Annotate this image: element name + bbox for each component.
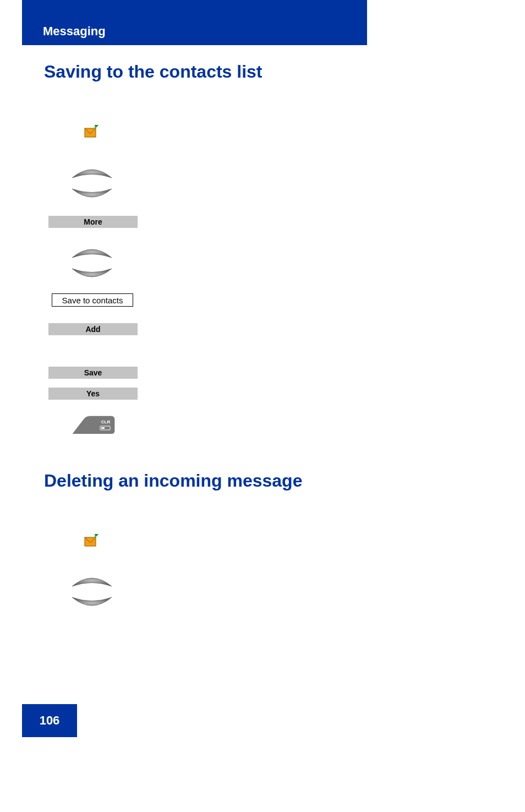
save-to-contacts-label: Save to contacts	[62, 296, 123, 305]
nav-pad-icon	[69, 244, 114, 285]
more-button-label: More	[84, 217, 102, 226]
yes-button-label: Yes	[86, 389, 100, 398]
save-to-contacts-option[interactable]: Save to contacts	[52, 293, 133, 307]
yes-button[interactable]: Yes	[48, 388, 138, 400]
add-button-label: Add	[85, 325, 100, 334]
more-button[interactable]: More	[48, 216, 138, 228]
save-button[interactable]: Save	[48, 367, 138, 379]
message-icon	[84, 124, 100, 141]
heading-deleting: Deleting an incoming message	[44, 471, 302, 491]
heading-saving: Saving to the contacts list	[44, 62, 262, 82]
page-header: Messaging	[22, 0, 367, 45]
message-icon	[84, 533, 100, 551]
clr-key-icon: CLR	[73, 415, 116, 436]
nav-pad-icon	[69, 164, 114, 205]
add-button[interactable]: Add	[48, 323, 138, 335]
nav-pad-icon	[69, 573, 114, 613]
svg-rect-4	[101, 427, 105, 429]
page-number: 106	[22, 704, 77, 737]
page-header-title: Messaging	[43, 24, 106, 39]
clr-key-label: CLR	[101, 419, 111, 424]
save-button-label: Save	[84, 368, 102, 377]
page-number-label: 106	[40, 713, 60, 728]
